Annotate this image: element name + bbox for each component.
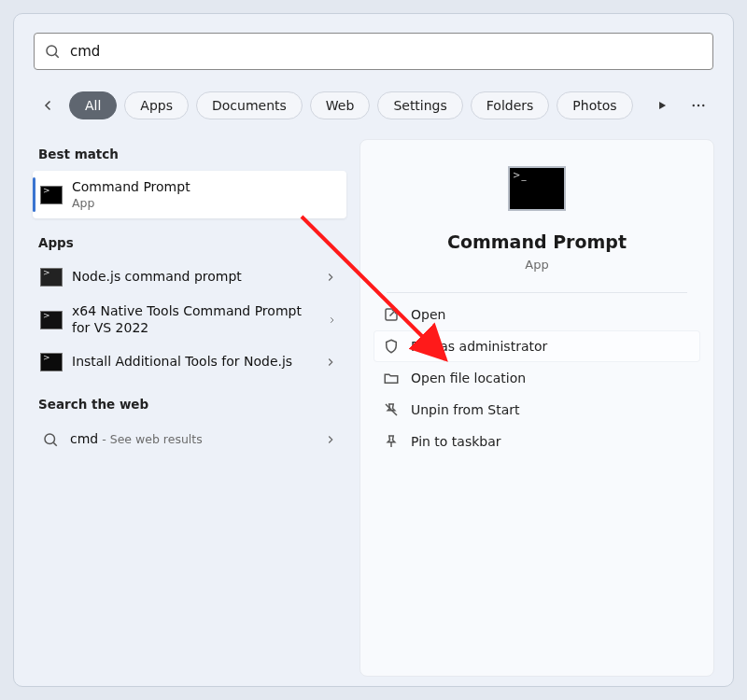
detail-title: Command Prompt xyxy=(447,231,627,252)
filter-pill-folders[interactable]: Folders xyxy=(471,91,550,119)
result-title: Command Prompt xyxy=(72,179,190,196)
action-label: Pin to taskbar xyxy=(411,434,501,449)
svg-point-5 xyxy=(45,434,55,444)
filter-row: AllAppsDocumentsWebSettingsFoldersPhotos xyxy=(33,89,714,139)
result-best-match[interactable]: Command Prompt App xyxy=(33,171,346,218)
shield-icon xyxy=(383,338,400,355)
action-label: Open file location xyxy=(411,371,526,385)
pin-icon xyxy=(383,433,400,450)
detail-panel: Command Prompt App Open Run as administr… xyxy=(359,139,714,677)
svg-point-2 xyxy=(692,105,694,106)
action-label: Unpin from Start xyxy=(411,402,519,417)
cmd-icon xyxy=(40,268,63,287)
detail-subtitle: App xyxy=(525,258,548,272)
filter-pill-settings[interactable]: Settings xyxy=(377,91,462,119)
result-title: x64 Native Tools Command Prompt for VS 2… xyxy=(72,303,317,336)
action-pin-taskbar[interactable]: Pin to taskbar xyxy=(374,426,700,457)
open-icon xyxy=(383,306,400,323)
result-app[interactable]: Install Additional Tools for Node.js xyxy=(33,344,346,380)
result-title: Install Additional Tools for Node.js xyxy=(72,354,292,371)
filter-pill-web[interactable]: Web xyxy=(310,91,371,119)
folder-icon xyxy=(383,370,400,386)
action-unpin-start[interactable]: Unpin from Start xyxy=(374,394,700,426)
result-app[interactable]: Node.js command prompt xyxy=(33,259,346,295)
action-label: Open xyxy=(411,307,445,322)
filter-pill-apps[interactable]: Apps xyxy=(124,91,189,119)
search-input[interactable] xyxy=(70,43,703,60)
cmd-icon xyxy=(40,353,63,371)
result-app[interactable]: x64 Native Tools Command Prompt for VS 2… xyxy=(33,295,346,344)
start-search-window: AllAppsDocumentsWebSettingsFoldersPhotos… xyxy=(13,13,734,687)
results-column: Best match Command Prompt App Apps Node.… xyxy=(33,139,346,677)
search-icon xyxy=(40,429,61,450)
result-subtitle: App xyxy=(72,196,190,211)
filter-pill-photos[interactable]: Photos xyxy=(557,91,632,119)
filter-pill-documents[interactable]: Documents xyxy=(196,91,303,119)
section-best-match: Best match xyxy=(38,147,346,161)
web-hint: See web results xyxy=(110,432,203,446)
more-button[interactable] xyxy=(684,89,712,122)
chevron-right-icon xyxy=(324,271,337,284)
cmd-icon xyxy=(40,311,63,329)
svg-line-1 xyxy=(55,54,58,57)
chevron-right-icon xyxy=(324,356,337,369)
cmd-icon xyxy=(40,186,63,204)
section-apps: Apps xyxy=(38,235,346,250)
filter-pill-all[interactable]: All xyxy=(69,91,117,119)
web-query: cmd xyxy=(70,431,98,448)
svg-line-6 xyxy=(53,443,56,446)
app-thumbnail xyxy=(508,166,566,211)
svg-point-3 xyxy=(697,105,698,106)
result-web-search[interactable]: cmd - See web results xyxy=(33,421,346,458)
unpin-icon xyxy=(383,401,400,418)
svg-line-8 xyxy=(386,404,397,415)
action-open-location[interactable]: Open file location xyxy=(374,362,700,394)
back-button[interactable] xyxy=(35,90,62,121)
svg-point-0 xyxy=(47,46,57,56)
search-bar[interactable] xyxy=(34,33,713,70)
action-open[interactable]: Open xyxy=(374,299,700,330)
svg-point-4 xyxy=(702,105,704,106)
section-web: Search the web xyxy=(38,397,346,412)
search-icon xyxy=(44,43,61,60)
result-title: Node.js command prompt xyxy=(72,269,242,286)
action-label: Run as administrator xyxy=(411,339,547,354)
chevron-right-icon xyxy=(327,314,337,327)
action-run-admin[interactable]: Run as administrator xyxy=(374,330,700,362)
chevron-right-icon xyxy=(324,433,337,446)
run-button[interactable] xyxy=(648,89,677,122)
